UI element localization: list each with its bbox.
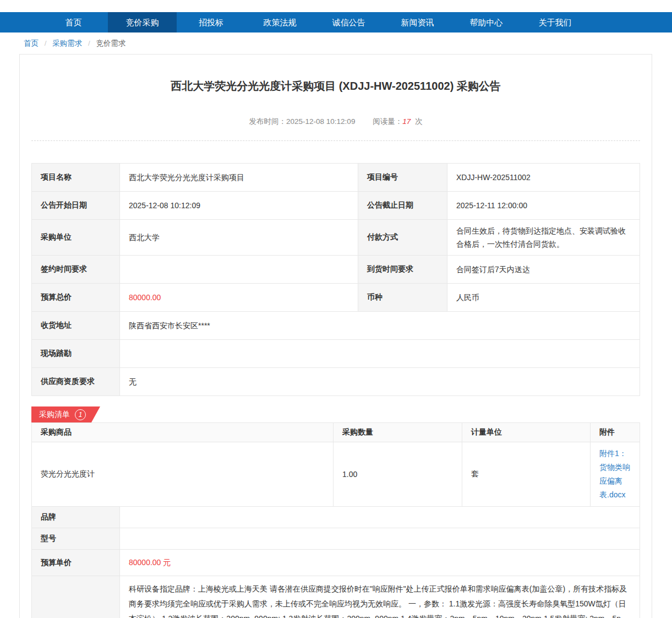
label-unit-budget-price: 预算单价 — [32, 550, 120, 576]
label-delivery-time: 到货时间要求 — [358, 256, 447, 284]
nav-item-news[interactable]: 新闻资讯 — [383, 12, 452, 32]
label-notice-end-date: 公告截止日期 — [358, 192, 447, 220]
label-currency: 币种 — [358, 284, 447, 312]
table-row: 规格参数 科研设备指定品牌：上海棱光或上海天美 请各潜在供应商提交报价时在"响应… — [32, 576, 640, 618]
table-header-row: 采购商品 采购数量 计量单位 附件 — [32, 423, 640, 442]
nav-item-integrity-notice[interactable]: 诚信公告 — [314, 12, 383, 32]
read-count-value: 17 — [402, 117, 411, 126]
value-signing-time — [120, 256, 358, 284]
value-purchase-unit: 西北大学 — [120, 220, 358, 256]
label-purchase-unit: 采购单位 — [32, 220, 120, 256]
label-project-name: 项目名称 — [32, 164, 120, 192]
label-specifications: 规格参数 — [32, 576, 120, 618]
value-project-number: XDJJ-HW-202511002 — [447, 164, 640, 192]
value-supplier-qualification: 无 — [120, 368, 640, 396]
table-row: 采购单位 西北大学 付款方式 合同生效后，待货物到达指定地点、安装调试验收合格后… — [32, 220, 640, 256]
table-row: 现场踏勘 — [32, 340, 640, 368]
value-project-name: 西北大学荧光分光光度计采购项目 — [120, 164, 358, 192]
label-total-budget: 预算总价 — [32, 284, 120, 312]
purchase-list-tag: 采购清单 1 — [31, 406, 100, 422]
label-site-survey: 现场踏勘 — [32, 340, 120, 368]
header-attachment: 附件 — [591, 423, 640, 442]
label-payment-method: 付款方式 — [358, 220, 447, 256]
label-brand: 品牌 — [32, 507, 120, 528]
read-count: 阅读量：17 次 — [373, 117, 422, 126]
value-currency: 人民币 — [447, 284, 640, 312]
value-delivery-address: 陕西省西安市长安区**** — [120, 312, 640, 340]
label-delivery-address: 收货地址 — [32, 312, 120, 340]
value-notice-end-date: 2025-12-11 12:00:00 — [447, 192, 640, 220]
nav-item-tender[interactable]: 招投标 — [177, 12, 245, 32]
purchase-list-tag-label: 采购清单 — [39, 410, 70, 420]
cell-product-name: 荧光分光光度计 — [32, 442, 334, 507]
value-specifications: 科研设备指定品牌：上海棱光或上海天美 请各潜在供应商提交报价时在"响应附件"处上… — [120, 576, 640, 618]
nav-item-bidding-purchase[interactable]: 竞价采购 — [108, 12, 177, 32]
purchase-list-count-badge: 1 — [75, 409, 86, 420]
value-model — [120, 528, 640, 550]
title-section: 西北大学荧光分光光度计采购项目 (XDJJ-HW-202511002) 采购公告… — [31, 55, 640, 141]
value-delivery-time: 合同签订后7天内送达 — [447, 256, 640, 284]
value-total-budget: 80000.00 — [120, 284, 358, 312]
header-quantity: 采购数量 — [334, 423, 462, 442]
nav-item-policies[interactable]: 政策法规 — [245, 12, 314, 32]
breadcrumb-separator: / — [45, 39, 47, 47]
cell-attachment: 附件1：货物类响应偏离表.docx — [591, 442, 640, 507]
publish-time: 发布时间：2025-12-08 10:12:09 — [249, 117, 356, 126]
table-row: 公告开始日期 2025-12-08 10:12:09 公告截止日期 2025-1… — [32, 192, 640, 220]
label-notice-start-date: 公告开始日期 — [32, 192, 120, 220]
cell-unit: 套 — [462, 442, 591, 507]
value-site-survey — [120, 340, 640, 368]
table-row: 收货地址 陕西省西安市长安区**** — [32, 312, 640, 340]
label-signing-time: 签约时间要求 — [32, 256, 120, 284]
header-unit: 计量单位 — [462, 423, 591, 442]
value-notice-start-date: 2025-12-08 10:12:09 — [120, 192, 358, 220]
publish-info-line: 发布时间：2025-12-08 10:12:09 阅读量：17 次 — [37, 117, 635, 127]
header-product: 采购商品 — [32, 423, 334, 442]
purchase-list-table: 采购商品 采购数量 计量单位 附件 荧光分光光度计 1.00 套 附件1：货物类… — [31, 422, 640, 507]
nav-item-about-us[interactable]: 关于我们 — [521, 12, 589, 32]
value-payment-method: 合同生效后，待货物到达指定地点、安装调试验收合格后，一次性付清合同货款。 — [447, 220, 640, 256]
nav-item-home[interactable]: 首页 — [39, 12, 108, 32]
table-row: 型号 — [32, 528, 640, 550]
cell-quantity: 1.00 — [334, 442, 462, 507]
breadcrumb-home-link[interactable]: 首页 — [24, 39, 39, 47]
label-project-number: 项目编号 — [358, 164, 447, 192]
breadcrumb-purchase-demand-link[interactable]: 采购需求 — [52, 39, 82, 47]
label-supplier-qualification: 供应商资质要求 — [32, 368, 120, 396]
table-row: 项目名称 西北大学荧光分光光度计采购项目 项目编号 XDJJ-HW-202511… — [32, 164, 640, 192]
nav-item-help-center[interactable]: 帮助中心 — [452, 12, 521, 32]
table-row: 荧光分光光度计 1.00 套 附件1：货物类响应偏离表.docx — [32, 442, 640, 507]
attachment-link[interactable]: 附件1：货物类响应偏离表.docx — [599, 447, 631, 502]
table-row: 预算总价 80000.00 币种 人民币 — [32, 284, 640, 312]
project-info-table: 项目名称 西北大学荧光分光光度计采购项目 项目编号 XDJJ-HW-202511… — [31, 163, 640, 396]
purchase-list-tag-wrap: 采购清单 1 — [31, 406, 640, 422]
announcement-card: 西北大学荧光分光光度计采购项目 (XDJJ-HW-202511002) 采购公告… — [19, 54, 652, 618]
breadcrumb-separator: / — [88, 39, 90, 47]
breadcrumb: 首页 / 采购需求 / 竞价需求 — [0, 32, 672, 54]
table-row: 签约时间要求 到货时间要求 合同签订后7天内送达 — [32, 256, 640, 284]
table-row: 预算单价 80000.00 元 — [32, 550, 640, 576]
top-navbar: 首页 竞价采购 招投标 政策法规 诚信公告 新闻资讯 帮助中心 关于我们 — [0, 12, 672, 32]
item-detail-table: 品牌 型号 预算单价 80000.00 元 规格参数 科研设备指定品牌：上海棱光… — [31, 506, 640, 618]
value-unit-budget-price: 80000.00 元 — [120, 550, 640, 576]
page-title: 西北大学荧光分光光度计采购项目 (XDJJ-HW-202511002) 采购公告 — [37, 79, 635, 94]
value-brand — [120, 507, 640, 528]
breadcrumb-current: 竞价需求 — [96, 39, 126, 47]
table-row: 品牌 — [32, 507, 640, 528]
label-model: 型号 — [32, 528, 120, 550]
table-row: 供应商资质要求 无 — [32, 368, 640, 396]
